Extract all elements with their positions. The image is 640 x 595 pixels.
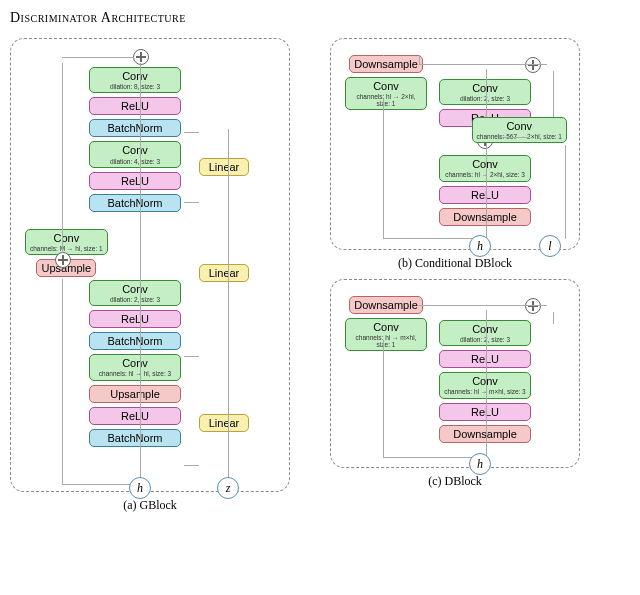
right-column: Downsample Conv channels: hl → 2×hl, siz… [330, 38, 580, 489]
dblock-caption: (c) DBlock [330, 474, 580, 489]
input-pin-z: z [217, 477, 239, 499]
cond-dblock-main: Conv dilation: 2, size: 3 ReLU Conv chan… [439, 79, 531, 226]
gblock-main-stack: Conv dilation: 8, size: 3 ReLU BatchNorm… [89, 55, 181, 447]
downsample-box: Downsample [349, 55, 423, 73]
downsample-box: Downsample [349, 296, 423, 314]
gblock-column: Conv channels: M → hl, size: 1 Upsample [10, 38, 290, 513]
conv-sub: channels: hl → hl, size: 3 [94, 370, 176, 377]
connector [383, 99, 384, 239]
conv-label: Conv [53, 232, 79, 244]
conv-box: Conv dilation: 2, size: 3 [439, 320, 531, 346]
downsample-box: Downsample [439, 425, 531, 443]
conv-sub: channels: hl → m×hl, size: 3 [444, 388, 526, 395]
linear-box: Linear [199, 264, 249, 282]
conv-sub: dilation: 8, size: 3 [94, 83, 176, 90]
batchnorm-box: BatchNorm [89, 429, 181, 447]
cond-dblock-caption: (b) Conditional DBlock [330, 256, 580, 271]
relu-box: ReLU [89, 97, 181, 115]
conv-label: Conv [122, 283, 148, 295]
conv-sub: channels: hl → 2×hl, size: 1 [350, 93, 422, 107]
cond-dblock-frame: Downsample Conv channels: hl → 2×hl, siz… [330, 38, 580, 250]
conv-label: Conv [472, 82, 498, 94]
connector [383, 340, 384, 458]
connector [62, 63, 63, 253]
linear-box: Linear [199, 158, 249, 176]
connector [486, 69, 487, 239]
upsample-box: Upsample [89, 385, 181, 403]
connector [383, 55, 384, 56]
conv-box: Conv channels: hl → 2×hl, size: 3 [439, 155, 531, 181]
dblock-side: Downsample Conv channels: hl → m×hl, siz… [345, 296, 427, 351]
conv-box: Conv channels: hl → hl, size: 3 [89, 354, 181, 380]
conv-box: Conv dilation: 8, size: 3 [89, 67, 181, 93]
conv-label: Conv [472, 375, 498, 387]
conv-box: Conv dilation: 2, size: 3 [89, 280, 181, 306]
connector [499, 137, 529, 138]
connector [486, 310, 487, 458]
connector [383, 238, 481, 239]
connector [184, 356, 199, 357]
conv-box: Conv dilation: 4, size: 3 [89, 141, 181, 167]
relu-box: ReLU [439, 403, 531, 421]
relu-box: ReLU [89, 310, 181, 328]
conv-sub: dilation: 4, size: 3 [94, 158, 176, 165]
relu-box: ReLU [439, 186, 531, 204]
plus-icon [525, 298, 541, 314]
conv-sub: channels: hl → 2×hl, size: 3 [444, 171, 526, 178]
conv-label: Conv [373, 321, 399, 333]
conv-label: Conv [472, 158, 498, 170]
relu-box: ReLU [439, 350, 531, 368]
relu-box: ReLU [89, 172, 181, 190]
page-title: Discriminator Architecture [10, 10, 630, 26]
input-pin-h: h [129, 477, 151, 499]
connector [553, 71, 554, 119]
connector [419, 64, 547, 65]
conv-sub: dilation: 2, size: 3 [94, 296, 176, 303]
gblock-frame: Conv channels: M → hl, size: 1 Upsample [10, 38, 290, 492]
gblock-linear-column: Linear Linear Linear Linear [199, 101, 249, 523]
connector [383, 457, 481, 458]
relu-box: ReLU [89, 407, 181, 425]
connector [553, 312, 554, 324]
conv-sub: dilation: 2, size: 3 [444, 336, 526, 343]
connector [184, 202, 199, 203]
connector [228, 129, 229, 485]
conv-sub: dilation: 2, size: 3 [444, 95, 526, 102]
cond-dblock-side: Downsample Conv channels: hl → 2×hl, siz… [345, 55, 427, 110]
connector [419, 305, 547, 306]
dblock-frame: Downsample Conv channels: hl → m×hl, siz… [330, 279, 580, 468]
conv-box: Conv channels: hl → 2×hl, size: 1 [345, 77, 427, 110]
conv-label: Conv [506, 120, 532, 132]
input-pin-h: h [469, 453, 491, 475]
batchnorm-box: BatchNorm [89, 332, 181, 350]
batchnorm-box: BatchNorm [89, 194, 181, 212]
conv-label: Conv [122, 70, 148, 82]
input-pin-l: l [539, 235, 561, 257]
cond-dblock-branch: Conv channels: 567 → 2×hl, size: 1 [472, 117, 567, 143]
dblock-wrap: Downsample Conv channels: hl → m×hl, siz… [330, 279, 580, 489]
connector [565, 145, 566, 239]
plus-icon [525, 57, 541, 73]
conv-label: Conv [122, 144, 148, 156]
conv-box: Conv channels: 567 → 2×hl, size: 1 [472, 117, 567, 143]
plus-icon [55, 252, 71, 268]
conv-box: Conv channels: hl → m×hl, size: 3 [439, 372, 531, 398]
connector [184, 132, 199, 133]
connector [184, 465, 199, 466]
input-pin-h: h [469, 235, 491, 257]
conv-sub: channels: hl → m×hl, size: 1 [350, 334, 422, 348]
linear-box: Linear [199, 414, 249, 432]
cond-dblock-wrap: Downsample Conv channels: hl → 2×hl, siz… [330, 38, 580, 271]
batchnorm-box: BatchNorm [89, 119, 181, 137]
conv-box: Conv channels: hl → m×hl, size: 1 [345, 318, 427, 351]
downsample-box: Downsample [439, 208, 531, 226]
connector [140, 63, 141, 484]
figure-row: Conv channels: M → hl, size: 1 Upsample [10, 38, 630, 513]
conv-box: Conv dilation: 2, size: 3 [439, 79, 531, 105]
connector [419, 55, 420, 64]
dblock-main: Conv dilation: 2, size: 3 ReLU Conv chan… [439, 320, 531, 443]
connector [62, 279, 63, 485]
conv-label: Conv [373, 80, 399, 92]
conv-label: Conv [122, 357, 148, 369]
conv-label: Conv [472, 323, 498, 335]
